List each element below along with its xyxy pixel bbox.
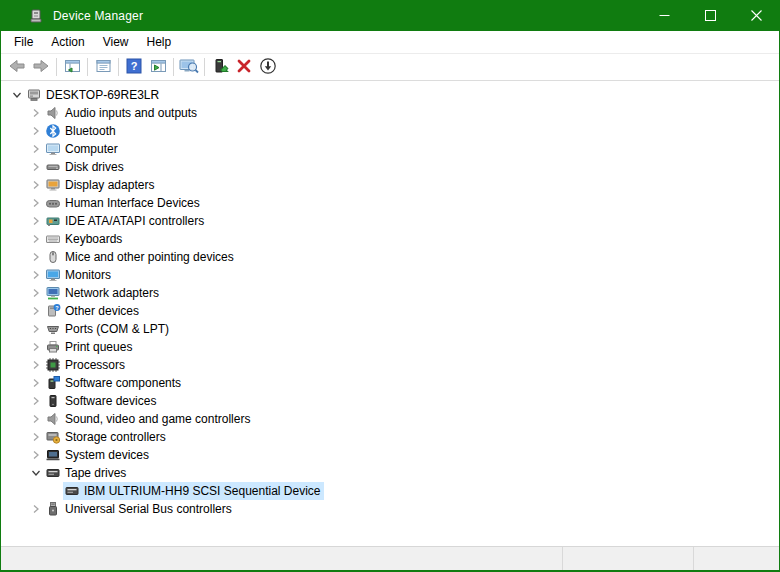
- menubar: FileActionViewHelp: [1, 31, 779, 54]
- chevron-right-icon[interactable]: [28, 249, 44, 265]
- tree-item[interactable]: Bluetooth: [44, 122, 119, 140]
- tree-row: IBM ULTRIUM-HH9 SCSI Sequential Device: [1, 482, 779, 500]
- tree-item[interactable]: Software components: [44, 374, 184, 392]
- tree-item[interactable]: Computer: [44, 140, 121, 158]
- toolbar-separator: [173, 58, 174, 76]
- tree-item-label: Keyboards: [65, 232, 122, 246]
- tree-item[interactable]: Network adapters: [44, 284, 162, 302]
- ide-controller-icon: [44, 213, 62, 229]
- chevron-right-icon[interactable]: [28, 429, 44, 445]
- forward-arrow-icon: [32, 58, 50, 77]
- tree-item[interactable]: Audio inputs and outputs: [44, 104, 200, 122]
- tree-item[interactable]: IBM ULTRIUM-HH9 SCSI Sequential Device: [63, 482, 324, 500]
- chevron-right-icon[interactable]: [28, 285, 44, 301]
- tree-row: Network adapters: [1, 284, 779, 302]
- disable-device-button[interactable]: [256, 56, 280, 79]
- tree-item-label: Audio inputs and outputs: [65, 106, 197, 120]
- chevron-down-icon[interactable]: [9, 87, 25, 103]
- help-button[interactable]: ?: [122, 56, 146, 79]
- titlebar[interactable]: Device Manager: [1, 1, 779, 31]
- chevron-right-icon[interactable]: [28, 357, 44, 373]
- tree-row: Bluetooth: [1, 122, 779, 140]
- forward-button[interactable]: [29, 56, 53, 79]
- menu-file[interactable]: File: [5, 32, 42, 52]
- menu-action[interactable]: Action: [42, 32, 93, 52]
- chevron-right-icon[interactable]: [28, 105, 44, 121]
- tape-drive-icon: [63, 483, 81, 499]
- help-icon: ?: [126, 58, 142, 77]
- chevron-right-icon[interactable]: [28, 231, 44, 247]
- tree-item-label: Ports (COM & LPT): [65, 322, 169, 336]
- disk-drive-icon: [44, 159, 62, 175]
- tree-item[interactable]: Tape drives: [44, 464, 129, 482]
- scan-for-hardware-changes-button[interactable]: [177, 56, 201, 79]
- tree-item[interactable]: Mice and other pointing devices: [44, 248, 237, 266]
- tree-item-label: Software devices: [65, 394, 156, 408]
- network-adapter-icon: [44, 285, 62, 301]
- tree-row: Display adapters: [1, 176, 779, 194]
- menu-view[interactable]: View: [94, 32, 138, 52]
- hid-icon: [44, 195, 62, 211]
- tree-item[interactable]: IDE ATA/ATAPI controllers: [44, 212, 207, 230]
- tree-item[interactable]: Monitors: [44, 266, 114, 284]
- tree-item[interactable]: System devices: [44, 446, 152, 464]
- scan-hardware-icon: [179, 58, 199, 77]
- chevron-right-icon[interactable]: [28, 123, 44, 139]
- chevron-right-icon[interactable]: [28, 393, 44, 409]
- properties-button[interactable]: [91, 56, 115, 79]
- monitor-icon: [44, 141, 62, 157]
- tree-row: Ports (COM & LPT): [1, 320, 779, 338]
- chevron-right-icon[interactable]: [28, 375, 44, 391]
- tree-item-label: Software components: [65, 376, 181, 390]
- tree-item[interactable]: Processors: [44, 356, 128, 374]
- chevron-right-icon[interactable]: [28, 141, 44, 157]
- show-action-pane-button[interactable]: [146, 56, 170, 79]
- chevron-right-icon[interactable]: [28, 303, 44, 319]
- usb-icon: [44, 501, 62, 517]
- tree-item[interactable]: Human Interface Devices: [44, 194, 203, 212]
- chevron-right-icon[interactable]: [28, 177, 44, 193]
- chevron-right-icon[interactable]: [28, 213, 44, 229]
- device-tree: DESKTOP-69RE3LRAudio inputs and outputsB…: [1, 81, 779, 546]
- tree-item[interactable]: Sound, video and game controllers: [44, 410, 253, 428]
- tree-item-label: Computer: [65, 142, 118, 156]
- chevron-right-icon[interactable]: [28, 339, 44, 355]
- tree-item[interactable]: Universal Serial Bus controllers: [44, 500, 235, 518]
- maximize-button[interactable]: [687, 1, 733, 31]
- tree-item[interactable]: DESKTOP-69RE3LR: [25, 86, 162, 104]
- uninstall-device-button[interactable]: [232, 56, 256, 79]
- speaker-icon: [44, 411, 62, 427]
- tree-item[interactable]: Software devices: [44, 392, 159, 410]
- chevron-right-icon[interactable]: [28, 195, 44, 211]
- tree-item[interactable]: Storage controllers: [44, 428, 169, 446]
- tree-item[interactable]: Display adapters: [44, 176, 157, 194]
- tree-item-label: Network adapters: [65, 286, 159, 300]
- chevron-right-icon[interactable]: [28, 267, 44, 283]
- tree-item[interactable]: Print queues: [44, 338, 135, 356]
- chevron-right-icon[interactable]: [28, 411, 44, 427]
- tree-item[interactable]: Disk drives: [44, 158, 127, 176]
- tree-item[interactable]: Ports (COM & LPT): [44, 320, 172, 338]
- chevron-right-icon[interactable]: [28, 447, 44, 463]
- tree-item[interactable]: ?Other devices: [44, 302, 142, 320]
- chevron-right-icon[interactable]: [28, 501, 44, 517]
- tree-row: System devices: [1, 446, 779, 464]
- tree-row: Sound, video and game controllers: [1, 410, 779, 428]
- tree-item-label: Monitors: [65, 268, 111, 282]
- update-driver-button[interactable]: [208, 56, 232, 79]
- close-button[interactable]: [733, 1, 779, 31]
- show-action-pane-icon: [150, 58, 167, 77]
- tree-item[interactable]: Keyboards: [44, 230, 125, 248]
- processor-icon: [44, 357, 62, 373]
- show-console-tree-button[interactable]: [60, 56, 84, 79]
- chevron-down-icon[interactable]: [28, 465, 44, 481]
- tree-item-label: IDE ATA/ATAPI controllers: [65, 214, 204, 228]
- chevron-right-icon[interactable]: [28, 321, 44, 337]
- menu-help[interactable]: Help: [138, 32, 181, 52]
- mouse-icon: [44, 249, 62, 265]
- back-button[interactable]: [5, 56, 29, 79]
- tree-item-label: Tape drives: [65, 466, 126, 480]
- tree-item-label: IBM ULTRIUM-HH9 SCSI Sequential Device: [84, 484, 321, 498]
- chevron-right-icon[interactable]: [28, 159, 44, 175]
- minimize-button[interactable]: [641, 1, 687, 31]
